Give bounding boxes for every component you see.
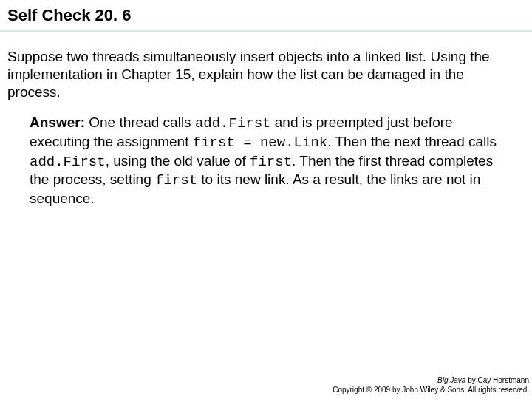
- code-first-2: first: [155, 172, 197, 188]
- code-first-1: first: [250, 154, 292, 170]
- answer-text: Answer: One thread calls add.First and i…: [30, 114, 513, 208]
- answer-block: Answer: One thread calls add.First and i…: [7, 100, 520, 208]
- answer-part3: . Then the next thread calls: [327, 134, 497, 149]
- code-assignment: first = new.Link: [193, 134, 327, 151]
- question-text: Suppose two threads simultaneously inser…: [7, 48, 520, 100]
- footer-line1: Big Java by Cay Horstmann: [332, 376, 529, 386]
- book-author: by Cay Horstmann: [466, 376, 529, 384]
- answer-part1: One thread calls: [85, 115, 195, 130]
- slide-content: Suppose two threads simultaneously inser…: [0, 32, 532, 208]
- footer-copyright: Copyright © 2009 by John Wiley & Sons. A…: [332, 386, 529, 395]
- book-title: Big Java: [437, 376, 466, 384]
- slide-title: Self Check 20. 6: [7, 6, 525, 25]
- slide-header: Self Check 20. 6: [0, 0, 532, 32]
- answer-part4: , using the old value of: [106, 153, 250, 168]
- slide-footer: Big Java by Cay Horstmann Copyright © 20…: [332, 376, 529, 395]
- answer-label: Answer:: [30, 115, 85, 130]
- code-addfirst-2: add.First: [30, 154, 106, 170]
- code-addfirst-1: add.First: [195, 115, 271, 132]
